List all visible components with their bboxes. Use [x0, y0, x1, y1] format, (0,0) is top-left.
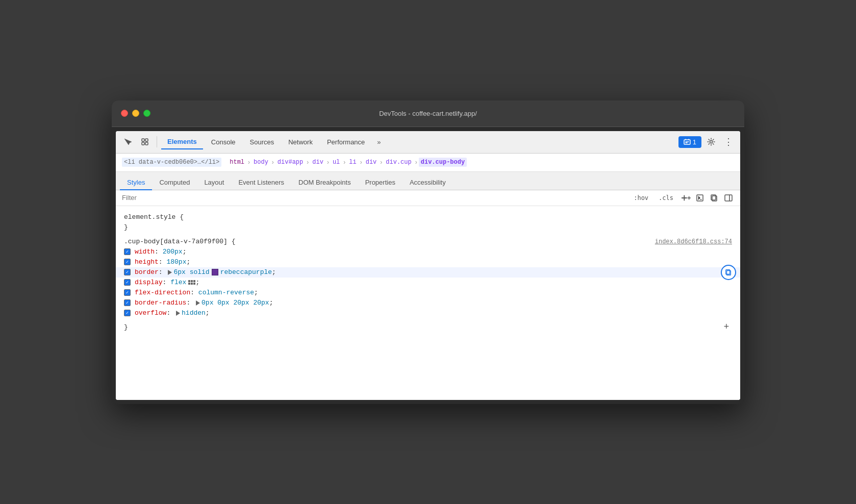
width-checkbox[interactable]: [124, 248, 131, 255]
cursor-icon[interactable]: [120, 134, 135, 149]
overflow-prop-name[interactable]: overflow: [135, 309, 166, 317]
css-property-height: height : 180px ;: [116, 257, 740, 267]
display-checkbox[interactable]: [124, 279, 131, 286]
width-prop-name[interactable]: width: [135, 248, 155, 256]
close-button[interactable]: [121, 110, 128, 117]
add-rule-button[interactable]: +: [721, 321, 732, 333]
traffic-lights: [121, 110, 150, 117]
subtab-layout[interactable]: Layout: [197, 175, 231, 190]
tab-performance[interactable]: Performance: [321, 135, 371, 149]
filter-actions: :hov .cls: [630, 192, 734, 204]
add-style-button[interactable]: [680, 192, 691, 204]
maximize-button[interactable]: [143, 110, 150, 117]
cup-body-selector: .cup-body[data-v-7a0f9f00] {: [124, 238, 235, 245]
svg-point-5: [710, 141, 713, 143]
tab-sources[interactable]: Sources: [244, 135, 281, 149]
tab-console[interactable]: Console: [205, 135, 242, 149]
border-radius-prop-name[interactable]: border-radius: [135, 299, 186, 307]
breadcrumb-div[interactable]: div: [310, 158, 325, 167]
svg-rect-9: [725, 195, 732, 201]
css-file-link[interactable]: index.8d6c6f18.css:74: [655, 238, 732, 245]
issues-badge[interactable]: 1: [678, 136, 701, 148]
devtools-window: DevTools - coffee-cart.netlify.app/ Elem…: [112, 100, 744, 404]
border-triangle[interactable]: [168, 270, 172, 275]
height-prop-name[interactable]: height: [135, 258, 159, 266]
subtab-accessibility[interactable]: Accessibility: [402, 175, 453, 190]
flex-direction-prop-value[interactable]: column-reverse: [198, 289, 254, 296]
border-radius-checkbox[interactable]: [124, 299, 131, 306]
breadcrumb-div-cup-body[interactable]: div.cup-body: [419, 158, 467, 167]
border-prop-value[interactable]: 6px solid: [173, 268, 209, 276]
subtab-properties[interactable]: Properties: [358, 175, 402, 190]
window-title: DevTools - coffee-cart.netlify.app/: [379, 110, 477, 117]
css-pane: element.style { } .cup-body[data-v-7a0f9…: [116, 206, 740, 400]
more-options-icon[interactable]: ⋮: [721, 134, 736, 149]
overflow-triangle[interactable]: [176, 311, 180, 316]
hov-button[interactable]: :hov: [630, 193, 652, 203]
tab-network[interactable]: Network: [282, 135, 319, 149]
breadcrumb-body[interactable]: body: [251, 158, 270, 167]
subtab-styles[interactable]: Styles: [120, 175, 152, 190]
filter-bar: :hov .cls: [116, 190, 740, 206]
display-prop-name[interactable]: display: [135, 279, 163, 286]
breadcrumb-ul[interactable]: ul: [331, 158, 342, 167]
border-checkbox[interactable]: [124, 269, 131, 275]
computed-style-icon[interactable]: [694, 192, 706, 204]
settings-icon[interactable]: [703, 134, 719, 149]
overflow-checkbox[interactable]: [124, 310, 131, 316]
css-close-brace-line: } +: [116, 318, 740, 337]
more-tabs-button[interactable]: »: [373, 135, 385, 149]
subtoolbar: Styles Computed Layout Event Listeners D…: [116, 172, 740, 190]
breadcrumb-div-cup[interactable]: div.cup: [384, 158, 413, 167]
overflow-prop-value[interactable]: hidden: [182, 309, 206, 317]
subtab-event-listeners[interactable]: Event Listeners: [231, 175, 291, 190]
flex-grid-icon[interactable]: [188, 280, 195, 285]
minimize-button[interactable]: [132, 110, 139, 117]
breadcrumb-div-app[interactable]: div#app: [275, 158, 305, 167]
tab-elements[interactable]: Elements: [161, 135, 203, 149]
cls-button[interactable]: .cls: [655, 193, 677, 203]
border-color-name[interactable]: rebeccapurple: [220, 268, 272, 276]
width-prop-value[interactable]: 200px: [163, 248, 183, 256]
css-close-brace: }: [124, 323, 128, 331]
css-property-display: display : flex ;: [116, 278, 740, 288]
display-prop-value[interactable]: flex: [170, 279, 186, 286]
element-style-close-line: }: [116, 222, 740, 233]
breadcrumb-li[interactable]: li: [347, 158, 358, 167]
element-style-close-brace: }: [124, 223, 128, 231]
devtools-panel: Elements Console Sources Network Perform…: [116, 131, 740, 400]
border-prop-name[interactable]: border: [135, 268, 159, 276]
border-radius-triangle[interactable]: [196, 300, 200, 306]
main-toolbar: Elements Console Sources Network Perform…: [116, 131, 740, 154]
element-style-block: element.style { }: [116, 210, 740, 235]
height-checkbox[interactable]: [124, 259, 131, 265]
element-style-selector: element.style {: [124, 213, 184, 221]
svg-rect-2: [142, 142, 144, 145]
copy-all-icon[interactable]: [709, 192, 720, 204]
css-property-border-radius: border-radius : 0px 0px 20px 20px ;: [116, 298, 740, 308]
flex-direction-checkbox[interactable]: [124, 289, 131, 296]
toolbar-right: 1 ⋮: [678, 134, 736, 149]
filter-input[interactable]: [122, 194, 626, 201]
toggle-sidebar-icon[interactable]: [723, 192, 734, 204]
cup-body-selector-line: .cup-body[data-v-7a0f9f00] { index.8d6c6…: [116, 237, 740, 247]
element-style-selector-line: element.style {: [116, 212, 740, 222]
border-radius-prop-value[interactable]: 0px 0px 20px 20px: [202, 299, 269, 307]
breadcrumb-div2[interactable]: div: [364, 158, 379, 167]
css-property-overflow: overflow : hidden ;: [116, 308, 740, 318]
subtab-computed[interactable]: Computed: [152, 175, 197, 190]
css-property-width: width : 200px ;: [116, 247, 740, 257]
toolbar-divider: [157, 136, 157, 147]
border-color-swatch[interactable]: [212, 269, 218, 275]
cup-body-block: .cup-body[data-v-7a0f9f00] { index.8d6c6…: [116, 235, 740, 339]
height-prop-value[interactable]: 180px: [166, 258, 186, 266]
svg-rect-1: [145, 139, 148, 141]
dom-breadcrumb-bar: <li data-v-cedb06e0>…</li> html › body ›…: [116, 154, 740, 172]
flex-direction-prop-name[interactable]: flex-direction: [135, 289, 190, 296]
subtab-dom-breakpoints[interactable]: DOM Breakpoints: [291, 175, 358, 190]
selected-dom-element: <li data-v-cedb06e0>…</li>: [122, 158, 221, 167]
svg-rect-0: [142, 139, 144, 141]
breadcrumb-html[interactable]: html: [228, 158, 246, 167]
css-property-flex-direction: flex-direction : column-reverse ;: [116, 288, 740, 298]
layers-icon[interactable]: [137, 134, 153, 149]
